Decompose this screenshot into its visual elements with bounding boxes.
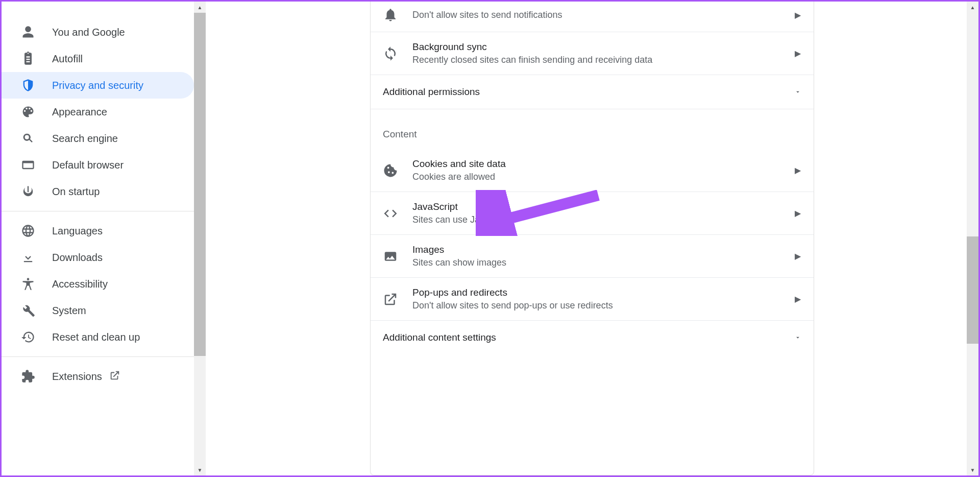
chevron-right-icon: ▶ — [794, 165, 801, 175]
sidebar-item-label: Downloads — [52, 252, 103, 264]
palette-icon — [21, 105, 35, 119]
browser-icon — [21, 158, 35, 172]
sidebar-item-downloads[interactable]: Downloads — [2, 244, 194, 271]
setting-title: JavaScript — [412, 201, 794, 212]
accessibility-icon — [21, 277, 35, 291]
sidebar-item-appearance[interactable]: Appearance — [2, 99, 194, 125]
setting-desc: Don't allow sites to send pop-ups or use… — [412, 300, 794, 311]
setting-title: Background sync — [412, 41, 794, 53]
scroll-thumb[interactable] — [194, 13, 206, 356]
sidebar-item-label: Accessibility — [52, 278, 108, 290]
chevron-right-icon: ▶ — [794, 208, 801, 218]
image-icon — [383, 249, 398, 264]
chevron-right-icon: ▶ — [794, 10, 801, 20]
expand-label: Additional permissions — [383, 86, 794, 98]
setting-images[interactable]: Images Sites can show images ▶ — [371, 235, 814, 278]
sidebar-item-label: System — [52, 305, 86, 317]
globe-icon — [21, 224, 35, 238]
sidebar-item-you-and-google[interactable]: You and Google — [2, 19, 194, 45]
scroll-up-icon[interactable]: ▲ — [967, 2, 978, 13]
sidebar-item-reset[interactable]: Reset and clean up — [2, 324, 194, 350]
chevron-right-icon: ▶ — [794, 251, 801, 261]
additional-content-row[interactable]: Additional content settings — [371, 321, 814, 354]
sidebar-item-label: Reset and clean up — [52, 331, 140, 343]
sidebar-item-label: Privacy and security — [52, 80, 143, 91]
scroll-down-icon[interactable]: ▼ — [967, 464, 978, 475]
chevron-down-icon — [794, 87, 801, 97]
shield-icon — [21, 78, 35, 92]
sidebar: You and Google Autofill Privacy and secu… — [2, 2, 206, 475]
sidebar-item-autofill[interactable]: Autofill — [2, 45, 194, 72]
setting-background-sync[interactable]: Background sync Recently closed sites ca… — [371, 32, 814, 75]
setting-desc: Don't allow sites to send notifications — [412, 10, 794, 20]
puzzle-icon — [21, 369, 35, 384]
content-heading: Content — [371, 109, 814, 149]
additional-permissions-row[interactable]: Additional permissions — [371, 75, 814, 109]
sidebar-item-accessibility[interactable]: Accessibility — [2, 271, 194, 297]
sidebar-item-privacy-security[interactable]: Privacy and security — [2, 72, 194, 99]
sidebar-item-languages[interactable]: Languages — [2, 218, 194, 244]
bell-icon — [383, 7, 398, 22]
sidebar-item-label: Extensions — [52, 371, 102, 383]
sidebar-item-on-startup[interactable]: On startup — [2, 178, 194, 205]
setting-desc: Sites can show images — [412, 257, 794, 268]
setting-notifications[interactable]: Don't allow sites to send notifications … — [371, 2, 814, 32]
scroll-down-icon[interactable]: ▼ — [194, 464, 206, 475]
cookie-icon — [383, 163, 398, 178]
setting-title: Images — [412, 244, 794, 255]
sidebar-item-label: Appearance — [52, 106, 107, 118]
clipboard-icon — [21, 52, 35, 66]
sidebar-item-label: Default browser — [52, 159, 124, 171]
setting-title: Pop-ups and redirects — [412, 287, 794, 298]
restore-icon — [21, 330, 35, 344]
setting-desc: Cookies are allowed — [412, 172, 794, 182]
sidebar-item-label: On startup — [52, 186, 100, 198]
sidebar-item-label: Languages — [52, 225, 103, 237]
sidebar-scrollbar[interactable]: ▲ ▼ — [194, 2, 206, 475]
main-content: Don't allow sites to send notifications … — [206, 2, 978, 475]
setting-desc: Sites can use Javascript — [412, 214, 794, 225]
person-icon — [21, 25, 35, 39]
sync-icon — [383, 46, 398, 61]
sidebar-divider — [2, 211, 206, 211]
sidebar-item-system[interactable]: System — [2, 297, 194, 324]
expand-label: Additional content settings — [383, 332, 794, 343]
sidebar-item-extensions[interactable]: Extensions — [2, 363, 194, 390]
sidebar-item-label: Autofill — [52, 53, 83, 65]
setting-desc: Recently closed sites can finish sending… — [412, 55, 794, 65]
code-icon — [383, 206, 398, 221]
chevron-right-icon: ▶ — [794, 294, 801, 304]
open-external-icon — [383, 292, 398, 307]
chevron-right-icon: ▶ — [794, 49, 801, 58]
search-icon — [21, 131, 35, 146]
setting-javascript[interactable]: JavaScript Sites can use Javascript ▶ — [371, 192, 814, 235]
sidebar-item-search-engine[interactable]: Search engine — [2, 125, 194, 152]
download-icon — [21, 250, 35, 265]
main-scrollbar[interactable]: ▲ ▼ — [967, 2, 978, 475]
setting-cookies[interactable]: Cookies and site data Cookies are allowe… — [371, 149, 814, 192]
setting-popups[interactable]: Pop-ups and redirects Don't allow sites … — [371, 278, 814, 321]
sidebar-item-label: Search engine — [52, 133, 118, 145]
wrench-icon — [21, 303, 35, 318]
sidebar-item-default-browser[interactable]: Default browser — [2, 152, 194, 178]
scroll-up-icon[interactable]: ▲ — [194, 2, 206, 13]
scroll-thumb[interactable] — [967, 236, 978, 344]
sidebar-divider — [2, 356, 206, 357]
settings-card: Don't allow sites to send notifications … — [370, 2, 814, 475]
open-external-icon — [109, 370, 120, 383]
power-icon — [21, 184, 35, 199]
setting-title: Cookies and site data — [412, 158, 794, 170]
sidebar-item-label: You and Google — [52, 27, 125, 38]
chevron-down-icon — [794, 333, 801, 342]
